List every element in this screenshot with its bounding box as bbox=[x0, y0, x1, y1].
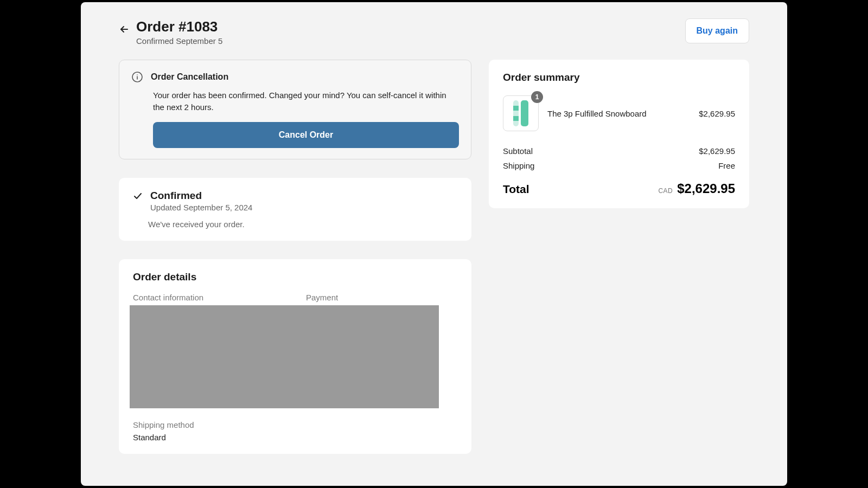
cancellation-card: Order Cancellation Your order has been c… bbox=[119, 60, 471, 159]
status-card: Confirmed Updated September 5, 2024 We'v… bbox=[119, 178, 471, 241]
redacted-block bbox=[130, 305, 439, 408]
shipping-row: Shipping Free bbox=[503, 161, 735, 170]
status-message: We've received your order. bbox=[133, 220, 457, 229]
order-title: Order #1083 bbox=[136, 18, 222, 35]
quantity-badge: 1 bbox=[531, 91, 543, 103]
subtotal-value: $2,629.95 bbox=[699, 146, 735, 156]
shipping-method-label: Shipping method bbox=[133, 420, 457, 429]
page-header: Order #1083 Confirmed September 5 Buy ag… bbox=[119, 18, 749, 46]
order-summary-title: Order summary bbox=[503, 72, 735, 84]
status-updated: Updated September 5, 2024 bbox=[150, 203, 252, 212]
order-subtitle: Confirmed September 5 bbox=[136, 36, 222, 46]
total-amount: $2,629.95 bbox=[677, 181, 735, 196]
arrow-left-icon bbox=[119, 24, 130, 35]
product-name: The 3p Fulfilled Snowboard bbox=[547, 109, 690, 118]
back-button[interactable] bbox=[119, 24, 130, 37]
cancellation-title: Order Cancellation bbox=[151, 72, 228, 82]
contact-info-label: Contact information bbox=[133, 293, 284, 302]
subtotal-row: Subtotal $2,629.95 bbox=[503, 146, 735, 156]
total-label: Total bbox=[503, 183, 529, 196]
buy-again-button[interactable]: Buy again bbox=[685, 18, 749, 43]
currency-code: CAD bbox=[658, 187, 673, 195]
product-price: $2,629.95 bbox=[699, 109, 735, 118]
line-item: 1 The 3p Fulfilled Snowboard $2,629.95 bbox=[503, 95, 735, 131]
cancellation-description: Your order has been confirmed. Changed y… bbox=[153, 89, 459, 113]
checkmark-icon bbox=[133, 191, 143, 201]
order-summary-card: Order summary 1 The 3p Fulfilled Snowboa… bbox=[489, 60, 749, 208]
shipping-value: Free bbox=[718, 161, 735, 170]
payment-label: Payment bbox=[306, 293, 457, 302]
svg-point-3 bbox=[137, 74, 138, 75]
order-details-title: Order details bbox=[133, 271, 457, 283]
info-icon bbox=[131, 71, 143, 83]
status-title: Confirmed bbox=[150, 190, 252, 202]
cancel-order-button[interactable]: Cancel Order bbox=[153, 122, 459, 148]
order-details-card: Order details Contact information Paymen… bbox=[119, 259, 471, 454]
shipping-method-value: Standard bbox=[133, 433, 457, 442]
total-row: Total CAD $2,629.95 bbox=[503, 181, 735, 196]
subtotal-label: Subtotal bbox=[503, 146, 533, 156]
shipping-label: Shipping bbox=[503, 161, 534, 170]
